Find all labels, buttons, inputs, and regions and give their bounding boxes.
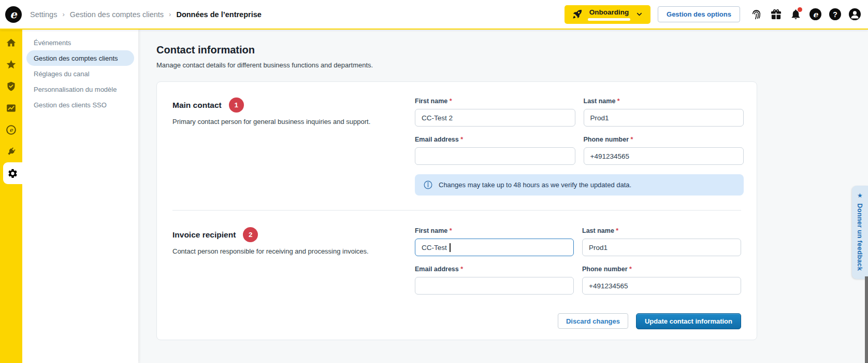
scrollbar-thumb[interactable] xyxy=(865,276,868,363)
onboarding-label: Onboarding xyxy=(589,8,629,16)
last-name-label: Last name * xyxy=(582,227,741,234)
invoice-first-name-input[interactable] xyxy=(415,239,574,256)
update-contact-information-button[interactable]: Update contact information xyxy=(636,313,741,329)
notification-badge-dot xyxy=(798,7,802,12)
app-logo[interactable]: e xyxy=(5,6,22,23)
svg-text:e: e xyxy=(9,127,13,133)
section-heading: Main contact xyxy=(172,101,222,110)
info-icon xyxy=(423,180,433,190)
first-name-label: First name * xyxy=(415,227,574,234)
epages-logo-icon[interactable]: e xyxy=(0,119,22,141)
invoice-last-name-input[interactable] xyxy=(582,239,741,256)
chevron-down-icon xyxy=(635,10,643,18)
gift-icon[interactable] xyxy=(770,8,782,20)
epages-circle-icon[interactable]: e xyxy=(809,8,821,20)
fingerprint-icon[interactable] xyxy=(750,8,762,20)
main-phone-input[interactable] xyxy=(584,147,744,165)
invoice-recipient-section: Invoice recipient 2 Contact person respo… xyxy=(172,224,741,295)
step-badge: 1 xyxy=(229,97,244,113)
breadcrumb-separator-icon: › xyxy=(169,10,171,18)
main-contact-section: Main contact 1 Primary contact person fo… xyxy=(172,94,741,196)
info-banner: Changes may take up to 48 hours as we ve… xyxy=(415,174,744,196)
phone-number-label: Phone number * xyxy=(582,266,741,273)
onboarding-progress-track xyxy=(588,18,630,21)
help-icon[interactable]: ? xyxy=(829,8,841,20)
sidebar-item-gestion-comptes-clients[interactable]: Gestion des comptes clients xyxy=(26,50,134,66)
page-title: Contact information xyxy=(156,44,868,56)
main-content: Contact information Manage contact detai… xyxy=(138,30,868,363)
onboarding-button[interactable]: Onboarding xyxy=(565,5,650,24)
settings-gear-icon[interactable] xyxy=(3,162,22,184)
last-name-label: Last name * xyxy=(584,97,744,105)
sidebar-item-gestion-clients-sso[interactable]: Gestion des clients SSO xyxy=(26,97,134,113)
section-description: Primary contact person for general busin… xyxy=(172,118,399,125)
email-address-label: Email address * xyxy=(415,136,575,143)
section-heading: Invoice recipient xyxy=(172,230,236,240)
contact-information-card: Main contact 1 Primary contact person fo… xyxy=(156,81,757,340)
home-icon[interactable] xyxy=(0,32,22,53)
section-divider xyxy=(172,210,741,211)
sidebar-item-evenements[interactable]: Événements xyxy=(26,35,134,50)
account-icon[interactable] xyxy=(849,8,861,20)
icon-rail: e xyxy=(0,30,22,363)
gestion-des-options-button[interactable]: Gestion des options xyxy=(658,6,740,22)
star-icon[interactable] xyxy=(0,53,22,75)
main-first-name-input[interactable] xyxy=(415,109,575,127)
breadcrumb: Settings › Gestion des comptes clients ›… xyxy=(30,10,262,19)
invoice-phone-input[interactable] xyxy=(582,277,741,295)
email-address-label: Email address * xyxy=(415,266,574,273)
main-last-name-input[interactable] xyxy=(584,109,744,127)
breadcrumb-gestion-comptes[interactable]: Gestion des comptes clients xyxy=(70,10,164,19)
sidebar-item-reglages-canal[interactable]: Réglages du canal xyxy=(26,66,134,81)
star-icon: ★ xyxy=(857,192,863,199)
info-banner-text: Changes may take up to 48 hours as we ve… xyxy=(439,181,631,189)
shield-check-icon[interactable] xyxy=(0,75,22,97)
notifications-bell-icon[interactable] xyxy=(790,8,802,20)
first-name-label: First name * xyxy=(415,97,575,105)
sidebar-item-personnalisation-modele[interactable]: Personnalisation du modèle xyxy=(26,81,134,97)
page-subtitle: Manage contact details for different bus… xyxy=(156,61,868,69)
analytics-chart-icon[interactable] xyxy=(0,97,22,119)
feedback-tab[interactable]: ★ Donner un feedback xyxy=(852,186,868,279)
plug-icon[interactable] xyxy=(0,141,22,162)
breadcrumb-separator-icon: › xyxy=(62,10,64,18)
main-email-input[interactable] xyxy=(415,147,575,165)
breadcrumb-current-page: Données de l’entreprise xyxy=(176,10,261,19)
discard-changes-button[interactable]: Discard changes xyxy=(558,313,628,329)
invoice-email-input[interactable] xyxy=(415,277,574,295)
section-description: Contact person responsible for receiving… xyxy=(172,247,399,255)
settings-sidebar: Événements Gestion des comptes clients R… xyxy=(22,30,138,363)
breadcrumb-settings[interactable]: Settings xyxy=(30,10,57,19)
rocket-icon xyxy=(572,9,583,20)
step-badge: 2 xyxy=(243,227,258,242)
top-header: e Settings › Gestion des comptes clients… xyxy=(0,0,868,30)
text-cursor xyxy=(450,243,451,252)
feedback-tab-label: Donner un feedback xyxy=(856,203,864,271)
phone-number-label: Phone number * xyxy=(584,136,744,143)
